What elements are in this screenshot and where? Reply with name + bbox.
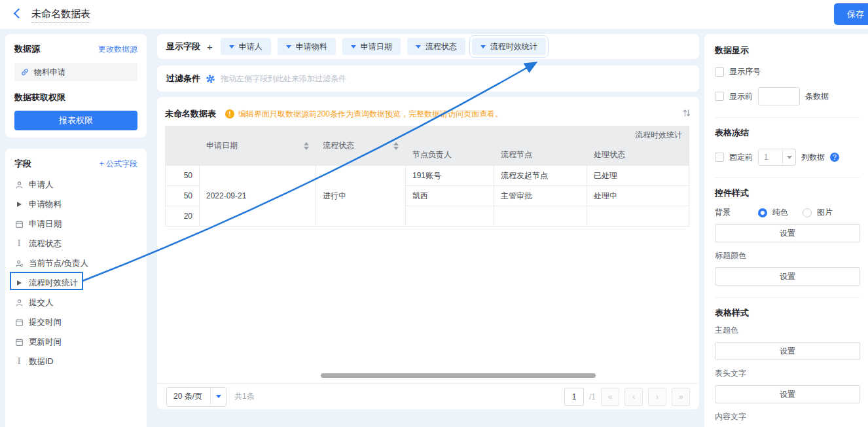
group-header-flow-time-stats: 流程时效统计	[406, 126, 689, 145]
show-first-checkbox[interactable]	[715, 92, 724, 101]
show-first-count-input[interactable]	[758, 87, 800, 105]
save-button[interactable]: 保存	[834, 3, 868, 25]
chip-flow-time-stats[interactable]: 流程时效统计	[472, 38, 546, 55]
last-page-button[interactable]: »	[672, 388, 690, 406]
column-header-handle-state[interactable]: 处理状态	[587, 145, 689, 166]
datasource-heading: 数据源	[14, 43, 40, 55]
field-item-submitter[interactable]: 提交人	[14, 293, 137, 312]
next-page-button[interactable]: ›	[648, 388, 666, 406]
field-item-update-time[interactable]: 更新时间	[14, 332, 137, 352]
field-item-current-node[interactable]: 当前节点/负责人	[14, 253, 137, 273]
sort-icon[interactable]	[393, 142, 399, 150]
column-header-flow-status[interactable]: 流程状态	[316, 126, 406, 166]
cell-node-owner: 凯西	[406, 186, 494, 206]
column-header-apply-date[interactable]: 申请日期	[200, 126, 316, 166]
field-item-flow-status[interactable]: I 流程状态	[14, 234, 137, 253]
warning-icon: !	[225, 109, 234, 119]
chip-applicant[interactable]: 申请人	[221, 38, 271, 55]
chip-label: 流程状态	[425, 41, 457, 52]
field-item-data-id[interactable]: I 数据ID	[14, 352, 137, 371]
first-page-button[interactable]: «	[601, 388, 619, 406]
theme-color-label: 主题色	[715, 325, 860, 336]
user-icon	[14, 181, 24, 189]
datasource-name: 物料申请	[34, 67, 65, 78]
table-row[interactable]: 50 2022-09-21 进行中 191账号 流程发起节点 已处理	[166, 166, 689, 186]
title-color-set-button[interactable]: 设置	[715, 267, 860, 286]
chevron-down-icon	[216, 395, 221, 398]
field-label: 提交人	[29, 297, 54, 308]
show-index-checkbox[interactable]	[715, 67, 724, 77]
chevron-down-icon	[416, 45, 421, 48]
page-title: 未命名数据表	[31, 8, 90, 23]
pagination-bar: 20 条/页 共1条 1 /1 « ‹ › »	[157, 383, 699, 409]
show-index-label: 显示序号	[729, 66, 761, 77]
change-datasource-link[interactable]: 更改数据源	[98, 44, 137, 55]
chip-flow-status[interactable]: 流程状态	[407, 38, 465, 55]
cell-handle-state: 处理中	[587, 186, 689, 206]
filter-bar[interactable]: 过滤条件 拖动左侧字段到此处来添加过滤条件	[157, 65, 699, 92]
table-header-group-row: 申请日期 流程状态 流程时效统计	[166, 126, 689, 145]
cell-qty: 20	[166, 206, 200, 227]
field-label: 提交时间	[29, 317, 62, 328]
page-number-input[interactable]: 1	[564, 388, 584, 406]
field-item-flow-time-stats[interactable]: 流程时效统计	[14, 273, 137, 293]
cell-qty: 50	[166, 166, 200, 186]
field-label: 申请日期	[29, 219, 62, 230]
field-item-material[interactable]: 申请物料	[14, 195, 137, 214]
table-title: 未命名数据表	[165, 108, 216, 120]
row-sort-icon[interactable]	[682, 108, 691, 120]
table-warning: ! 编辑界面只取数据源前200条作为查询数据预览，完整数据请访问页面查看。	[225, 109, 503, 120]
cell-flow-node: 主管审批	[494, 186, 587, 206]
field-label: 更新时间	[29, 337, 62, 348]
filter-placeholder: 拖动左侧字段到此处来添加过滤条件	[221, 73, 346, 84]
chip-apply-date[interactable]: 申请日期	[342, 38, 401, 55]
chevron-down-icon	[286, 45, 291, 48]
prev-page-button[interactable]: ‹	[624, 388, 643, 406]
column-header-flow-node[interactable]: 流程节点	[494, 145, 587, 166]
datasource-card: 数据源 更改数据源 物料申请 数据获取权限 报表权限	[5, 34, 147, 138]
cell-node-owner: 191账号	[406, 166, 494, 186]
column-header-node-owner[interactable]: 节点负责人	[406, 145, 494, 166]
freeze-prefix: 固定前	[729, 152, 753, 163]
field-item-apply-date[interactable]: 申请日期	[14, 214, 137, 234]
solid-color-radio[interactable]	[758, 208, 767, 217]
chip-material[interactable]: 申请物料	[278, 38, 336, 55]
warning-text: 编辑界面只取数据源前200条作为查询数据预览，完整数据请访问页面查看。	[238, 109, 503, 120]
cell-qty: 50	[166, 186, 200, 206]
solid-color-label: 纯色	[772, 207, 788, 218]
sort-icon[interactable]	[304, 142, 309, 150]
header-text-set-button[interactable]: 设置	[715, 385, 860, 403]
horizontal-scrollbar[interactable]	[321, 373, 596, 378]
field-item-applicant[interactable]: 申请人	[14, 175, 137, 195]
show-first-suffix: 条数据	[805, 91, 829, 102]
table-style-heading: 表格样式	[715, 307, 860, 319]
add-display-field-button[interactable]: +	[207, 41, 213, 52]
permission-heading: 数据获取权限	[14, 92, 137, 103]
text-field-icon: I	[14, 239, 24, 248]
freeze-count-select[interactable]: 1	[758, 149, 796, 166]
expand-triangle-icon	[14, 280, 24, 286]
field-item-submit-time[interactable]: 提交时间	[14, 312, 137, 332]
report-permission-button[interactable]: 报表权限	[14, 111, 137, 130]
page-size-select[interactable]: 20 条/页	[166, 387, 226, 407]
chevron-down-icon	[351, 45, 356, 48]
freeze-checkbox[interactable]	[715, 153, 724, 162]
field-label: 当前节点/负责人	[29, 258, 88, 269]
field-label: 流程状态	[29, 238, 62, 250]
header-text-label: 表头文字	[715, 368, 860, 379]
back-icon[interactable]	[10, 7, 24, 20]
divider	[715, 117, 860, 118]
data-table: 申请日期 流程状态 流程时效统计 节点负责人 流程节点 处理状态	[165, 126, 689, 227]
cell-handle-state	[587, 206, 689, 227]
data-display-heading: 数据显示	[715, 45, 860, 56]
gear-icon[interactable]	[206, 74, 215, 84]
add-formula-field-link[interactable]: + 公式字段	[99, 158, 137, 170]
theme-color-set-button[interactable]: 设置	[715, 342, 860, 360]
chip-label: 流程时效统计	[490, 41, 537, 52]
content-text-label: 内容文字	[715, 411, 860, 422]
datasource-item[interactable]: 物料申请	[14, 63, 137, 81]
image-radio[interactable]	[803, 208, 812, 217]
background-set-button[interactable]: 设置	[715, 224, 860, 242]
help-icon[interactable]: ?	[830, 153, 839, 162]
chip-label: 申请日期	[361, 41, 392, 52]
